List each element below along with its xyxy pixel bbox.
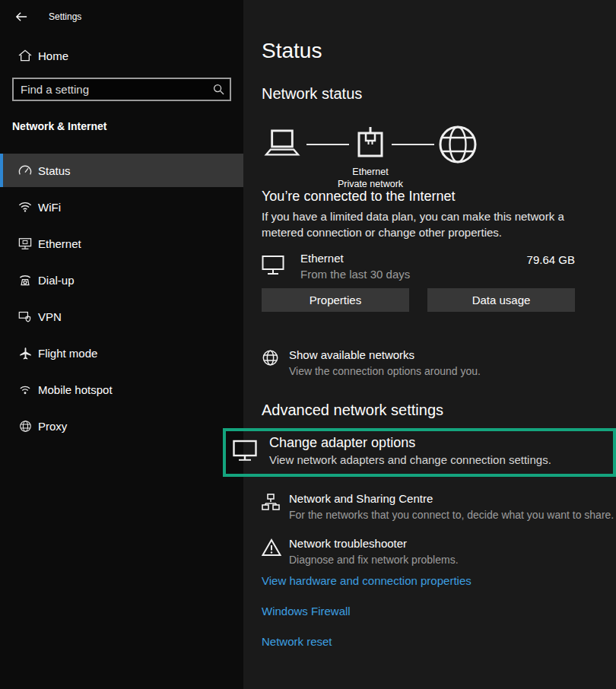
network-reset-link[interactable]: Network reset xyxy=(262,634,575,649)
windows-firewall-link[interactable]: Windows Firewall xyxy=(262,604,575,619)
sidebar-item-label: Ethernet xyxy=(38,237,81,250)
change-adapter-options-row[interactable]: Change adapter options View network adap… xyxy=(223,428,616,477)
search-box xyxy=(12,78,231,101)
diagram-connector-line xyxy=(306,144,349,145)
sidebar-item-flight-mode[interactable]: Flight mode xyxy=(0,336,243,370)
advanced-settings-heading: Advanced network settings xyxy=(262,400,575,421)
status-page: Status Network status xyxy=(243,0,616,689)
back-icon[interactable] xyxy=(15,11,27,22)
page-title: Status xyxy=(262,38,575,64)
sidebar-item-status[interactable]: Status xyxy=(0,154,243,187)
network-sharing-centre-row[interactable]: Network and Sharing Centre For the netwo… xyxy=(262,491,575,522)
dialup-icon xyxy=(18,274,32,286)
sidebar-nav: Status WiFi xyxy=(0,154,243,443)
network-status-heading: Network status xyxy=(262,84,575,103)
network-diagram: Ethernet Private network xyxy=(262,125,575,164)
ethernet-connection-icon xyxy=(353,127,388,162)
sidebar-item-mobile-hotspot[interactable]: Mobile hotspot xyxy=(0,373,243,406)
wifi-icon xyxy=(18,201,32,213)
sidebar-item-wifi[interactable]: WiFi xyxy=(0,190,243,224)
sharing-centre-title: Network and Sharing Centre xyxy=(289,491,614,506)
window-title: Settings xyxy=(49,11,81,22)
view-hardware-properties-link[interactable]: View hardware and connection properties xyxy=(262,573,575,589)
troubleshooter-title: Network troubleshooter xyxy=(289,536,459,551)
change-adapter-texts: Change adapter options View network adap… xyxy=(269,432,551,468)
data-usage-button[interactable]: Data usage xyxy=(427,288,575,312)
usage-amount: 79.64 GB xyxy=(527,253,575,266)
search-input[interactable] xyxy=(12,78,231,101)
usage-texts: Ethernet From the last 30 days xyxy=(300,251,410,282)
vpn-icon xyxy=(18,310,32,323)
sidebar-item-label: Mobile hotspot xyxy=(38,383,113,396)
sidebar-item-ethernet[interactable]: Ethernet xyxy=(0,227,243,260)
sidebar-item-home[interactable]: Home xyxy=(0,43,243,68)
sidebar-section-title: Network & Internet xyxy=(12,120,231,133)
sidebar-item-label: Flight mode xyxy=(38,347,97,360)
usage-connection-name: Ethernet xyxy=(300,251,410,266)
diagram-connector-line xyxy=(392,144,434,145)
titlebar: Settings xyxy=(0,0,243,24)
adapter-monitor-icon xyxy=(233,440,259,461)
connection-note: If you have a limited data plan, you can… xyxy=(262,208,589,240)
show-networks-desc: View the connection options around you. xyxy=(289,364,481,379)
laptop-icon xyxy=(262,129,303,160)
sidebar-item-dialup[interactable]: Dial-up xyxy=(0,263,243,297)
sidebar-item-label: WiFi xyxy=(38,201,61,214)
diagram-label: Ethernet Private network xyxy=(338,166,403,190)
diagram-network-type: Private network xyxy=(338,178,403,190)
sidebar: Settings Home Network & Internet xyxy=(0,0,243,689)
change-adapter-desc: View network adapters and change connect… xyxy=(269,452,551,468)
sidebar-item-proxy[interactable]: Proxy xyxy=(0,409,243,443)
mobile-hotspot-icon xyxy=(18,384,32,395)
show-networks-texts: Show available networks View the connect… xyxy=(289,348,481,379)
home-label: Home xyxy=(38,49,68,62)
home-icon xyxy=(18,49,32,62)
sharing-centre-texts: Network and Sharing Centre For the netwo… xyxy=(289,491,614,522)
sidebar-item-label: Proxy xyxy=(38,420,67,433)
monitor-icon xyxy=(262,255,289,275)
sidebar-item-label: Dial-up xyxy=(38,274,75,287)
flight-mode-icon xyxy=(18,347,32,360)
settings-window: Settings Home Network & Internet xyxy=(0,0,616,689)
status-icon xyxy=(18,164,32,176)
sharing-centre-desc: For the networks that you connect to, de… xyxy=(289,508,614,522)
troubleshooter-texts: Network troubleshooter Diagnose and fix … xyxy=(289,536,459,567)
troubleshooter-desc: Diagnose and fix network problems. xyxy=(289,553,459,567)
connection-status: You’re connected to the Internet xyxy=(262,187,575,205)
sidebar-item-vpn[interactable]: VPN xyxy=(0,300,243,333)
sharing-centre-icon xyxy=(262,491,289,510)
sidebar-item-label: Status xyxy=(38,164,71,177)
sidebar-item-label: VPN xyxy=(38,310,62,323)
properties-button[interactable]: Properties xyxy=(262,288,409,312)
available-networks-globe-icon xyxy=(262,348,289,367)
search-icon xyxy=(213,84,224,95)
proxy-icon xyxy=(18,420,32,433)
change-adapter-title: Change adapter options xyxy=(269,433,551,452)
usage-period: From the last 30 days xyxy=(300,267,410,282)
button-row: Properties Data usage xyxy=(262,288,575,312)
network-troubleshooter-row[interactable]: Network troubleshooter Diagnose and fix … xyxy=(262,536,575,567)
ethernet-icon xyxy=(18,237,32,250)
data-usage-row: Ethernet From the last 30 days 79.64 GB xyxy=(262,251,575,282)
show-networks-title: Show available networks xyxy=(289,348,481,363)
internet-globe-icon xyxy=(438,125,478,164)
diagram-connection-name: Ethernet xyxy=(338,166,403,178)
warning-triangle-icon xyxy=(262,536,289,557)
show-available-networks-row[interactable]: Show available networks View the connect… xyxy=(262,348,575,379)
